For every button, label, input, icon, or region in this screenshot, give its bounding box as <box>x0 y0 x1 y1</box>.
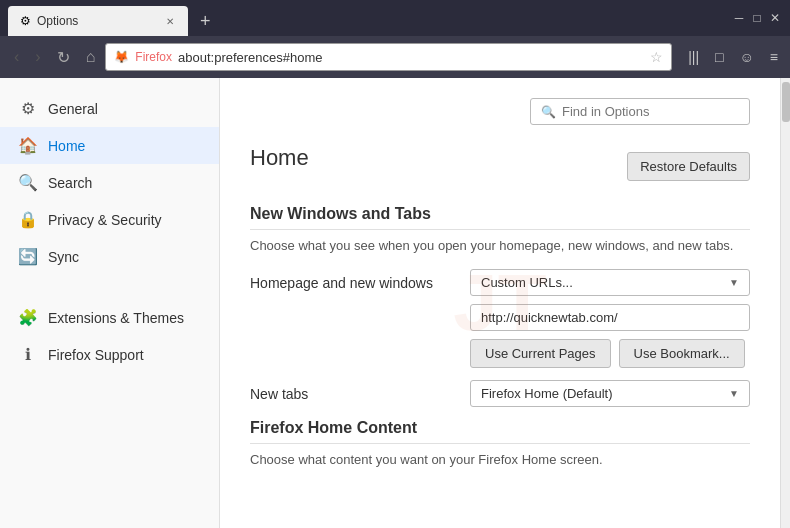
section-desc-new-windows: Choose what you see when you open your h… <box>250 238 750 253</box>
scrollbar-thumb[interactable] <box>782 82 790 122</box>
tab-bar: ⚙ Options ✕ + <box>8 0 724 36</box>
back-button[interactable]: ‹ <box>8 44 25 70</box>
homepage-dropdown[interactable]: Custom URLs... ▼ <box>470 269 750 296</box>
search-sidebar-icon: 🔍 <box>18 173 38 192</box>
close-window-button[interactable]: ✕ <box>768 11 782 25</box>
page-content: ⚙ General 🏠 Home 🔍 Search 🔒 Privacy & Se… <box>0 78 790 528</box>
menu-icon[interactable]: ≡ <box>766 45 782 69</box>
new-tab-button[interactable]: + <box>192 7 219 36</box>
bookmarks-icon[interactable]: ||| <box>684 45 703 69</box>
restore-defaults-button[interactable]: Restore Defaults <box>627 152 750 181</box>
sidebar-item-sync[interactable]: 🔄 Sync <box>0 238 219 275</box>
sidebar-label-sync: Sync <box>48 249 79 265</box>
newtabs-row: New tabs Firefox Home (Default) ▼ <box>250 380 750 407</box>
sidebar-item-search[interactable]: 🔍 Search <box>0 164 219 201</box>
newtabs-dropdown-arrow-icon: ▼ <box>729 388 739 399</box>
bookmark-star-icon[interactable]: ☆ <box>650 49 663 65</box>
sidebar-item-privacy[interactable]: 🔒 Privacy & Security <box>0 201 219 238</box>
homepage-button-row: Use Current Pages Use Bookmark... <box>470 339 750 368</box>
maximize-button[interactable]: □ <box>750 11 764 25</box>
browser-window: ⚙ Options ✕ + ─ □ ✕ ‹ › ↻ ⌂ 🦊 Firefox ab… <box>0 0 790 528</box>
homepage-label: Homepage and new windows <box>250 269 470 291</box>
sidebar-label-home: Home <box>48 138 85 154</box>
newtabs-dropdown[interactable]: Firefox Home (Default) ▼ <box>470 380 750 407</box>
use-current-pages-button[interactable]: Use Current Pages <box>470 339 611 368</box>
use-bookmark-button[interactable]: Use Bookmark... <box>619 339 745 368</box>
tab-close-button[interactable]: ✕ <box>164 14 176 29</box>
scrollbar[interactable] <box>780 78 790 528</box>
refresh-button[interactable]: ↻ <box>51 44 76 71</box>
section-title-home-content: Firefox Home Content <box>250 419 750 444</box>
section-title-new-windows: New Windows and Tabs <box>250 205 750 230</box>
sidebar-item-general[interactable]: ⚙ General <box>0 90 219 127</box>
nav-bar: ‹ › ↻ ⌂ 🦊 Firefox about:preferences#home… <box>0 36 790 78</box>
tab-title: Options <box>37 14 158 28</box>
find-search-icon: 🔍 <box>541 105 556 119</box>
address-brand: Firefox <box>135 50 172 64</box>
newtabs-controls: Firefox Home (Default) ▼ <box>470 380 750 407</box>
section-firefox-home-content: Firefox Home Content Choose what content… <box>250 419 750 467</box>
newtabs-dropdown-text: Firefox Home (Default) <box>481 386 612 401</box>
support-icon: ℹ <box>18 345 38 364</box>
synced-tabs-icon[interactable]: □ <box>711 45 727 69</box>
section-desc-home-content: Choose what content you want on your Fir… <box>250 452 750 467</box>
active-tab[interactable]: ⚙ Options ✕ <box>8 6 188 36</box>
page-title: Home <box>250 145 309 171</box>
find-text-field[interactable] <box>562 104 739 119</box>
homepage-row: Homepage and new windows Custom URLs... … <box>250 269 750 368</box>
window-controls: ─ □ ✕ <box>732 11 782 25</box>
homepage-dropdown-text: Custom URLs... <box>481 275 573 290</box>
sync-icon: 🔄 <box>18 247 38 266</box>
title-bar: ⚙ Options ✕ + ─ □ ✕ <box>0 0 790 36</box>
sidebar-label-search: Search <box>48 175 92 191</box>
address-text: about:preferences#home <box>178 50 644 65</box>
address-favicon: 🦊 <box>114 50 129 64</box>
profile-icon[interactable]: ☺ <box>736 45 758 69</box>
extensions-icon: 🧩 <box>18 308 38 327</box>
sidebar-label-general: General <box>48 101 98 117</box>
sidebar-label-extensions: Extensions & Themes <box>48 310 184 326</box>
section-new-windows-tabs: New Windows and Tabs Choose what you see… <box>250 205 750 407</box>
address-bar[interactable]: 🦊 Firefox about:preferences#home ☆ <box>105 43 672 71</box>
sidebar-item-support[interactable]: ℹ Firefox Support <box>0 336 219 373</box>
sidebar: ⚙ General 🏠 Home 🔍 Search 🔒 Privacy & Se… <box>0 78 220 528</box>
home-icon: 🏠 <box>18 136 38 155</box>
homepage-url-input[interactable] <box>470 304 750 331</box>
homepage-dropdown-arrow-icon: ▼ <box>729 277 739 288</box>
find-options-container: 🔍 <box>250 98 750 125</box>
toolbar-icons: ||| □ ☺ ≡ <box>676 45 782 69</box>
tab-favicon: ⚙ <box>20 14 31 28</box>
main-area: JT 🔍 Home Restore Defaults New Windows a… <box>220 78 780 528</box>
home-button[interactable]: ⌂ <box>80 44 102 70</box>
sidebar-label-support: Firefox Support <box>48 347 144 363</box>
find-in-options-input[interactable]: 🔍 <box>530 98 750 125</box>
sidebar-label-privacy: Privacy & Security <box>48 212 162 228</box>
newtabs-label: New tabs <box>250 380 470 402</box>
forward-button[interactable]: › <box>29 44 46 70</box>
homepage-controls: Custom URLs... ▼ Use Current Pages Use B… <box>470 269 750 368</box>
sidebar-item-extensions[interactable]: 🧩 Extensions & Themes <box>0 299 219 336</box>
sidebar-item-home[interactable]: 🏠 Home <box>0 127 219 164</box>
general-icon: ⚙ <box>18 99 38 118</box>
minimize-button[interactable]: ─ <box>732 11 746 25</box>
lock-icon: 🔒 <box>18 210 38 229</box>
